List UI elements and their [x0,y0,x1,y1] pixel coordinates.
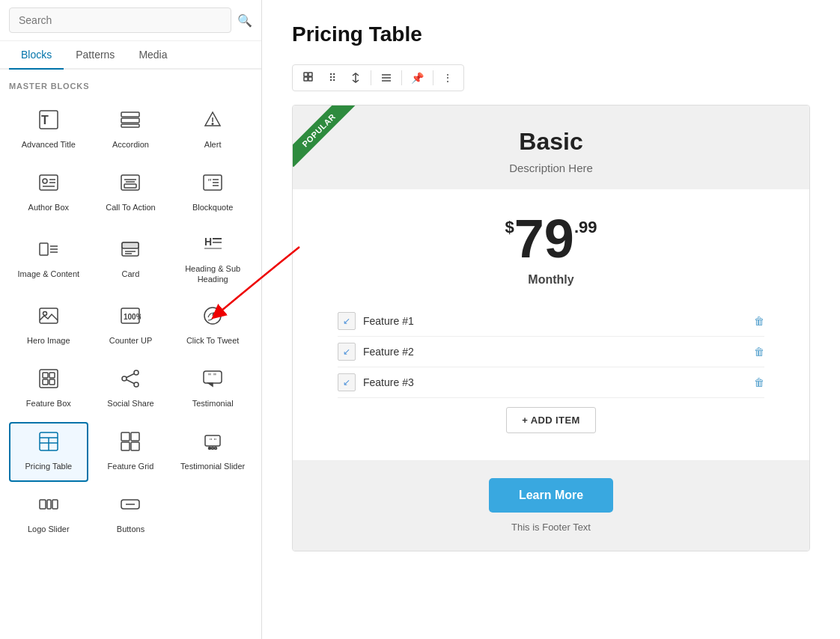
svg-text:T: T [41,114,49,126]
toolbar-align-button[interactable] [374,68,398,88]
search-input[interactable] [9,7,231,33]
add-item-button[interactable]: + ADD ITEM [506,407,595,433]
feature-label-1: Feature #1 [363,315,746,327]
block-label: Call To Action [106,202,155,213]
feature-delete-3[interactable]: 🗑 [754,376,764,388]
price-wrapper: $ 79 .99 [505,212,597,266]
block-item-feature-box[interactable]: Feature Box [9,359,88,419]
price-cents: .99 [574,218,597,237]
block-item-counter-up[interactable]: 100% Counter UP [91,296,171,356]
svg-point-45 [134,382,139,387]
svg-text:"  ": " " [210,437,216,444]
feature-label-2: Feature #2 [363,346,746,358]
feature-checkbox-2[interactable]: ↙ [338,343,356,361]
block-item-accordion[interactable]: Accordion [91,100,171,159]
svg-rect-57 [121,442,130,450]
toolbar-arrows-button[interactable] [344,68,368,88]
block-item-pricing-table[interactable]: Pricing Table [9,422,88,482]
block-label: Social Share [107,398,153,409]
block-item-image-content[interactable]: Image & Content [9,225,88,293]
block-item-heading-sub[interactable]: H Heading & Sub Heading [173,225,252,293]
blocks-list: MASTER BLOCKS T Advanced Title Accordion [0,70,261,639]
block-label: Image & Content [18,269,80,279]
block-label: Counter UP [109,335,152,346]
footer-text: This is Footer Text [308,522,794,533]
svg-point-6 [212,123,213,125]
block-item-social-share[interactable]: Social Share [91,359,171,419]
advanced-title-icon: T [38,109,59,135]
block-item-testimonial-slider[interactable]: " " Testimonial Slider [173,422,252,482]
block-item-testimonial[interactable]: " " Testimonial [173,359,252,419]
svg-point-8 [43,179,47,183]
svg-rect-21 [40,243,48,255]
tab-patterns[interactable]: Patterns [64,41,127,70]
block-item-author-box[interactable]: Author Box [9,162,88,222]
toolbar-grid-view-button[interactable] [297,68,321,88]
block-item-hero-image[interactable]: Hero Image [9,296,88,356]
feature-grid-icon [120,431,141,456]
block-label: Author Box [28,202,69,213]
tab-media[interactable]: Media [127,41,179,70]
toolbar-separator-2 [401,70,402,85]
logo-slider-icon [38,494,59,519]
feature-arrow-icon-3: ↙ [343,377,350,388]
block-item-blockquote[interactable]: " Blockquote [173,162,252,222]
svg-rect-3 [121,118,139,123]
block-label: Feature Grid [108,461,154,471]
feature-delete-2[interactable]: 🗑 [754,346,764,358]
block-label: Feature Box [26,398,71,409]
image-content-icon [38,239,59,264]
feature-arrow-icon-2: ↙ [343,346,350,357]
toolbar-more-button[interactable]: ⋮ [436,68,459,88]
block-item-click-to-tweet[interactable]: Click To Tweet [173,296,252,356]
card-icon [120,239,141,264]
block-label: Buttons [117,524,144,534]
svg-rect-39 [43,373,48,378]
pricing-table-icon [38,431,59,456]
block-item-call-to-action[interactable]: Call To Action [91,162,171,222]
toolbar-pin-button[interactable]: 📌 [405,68,430,88]
feature-checkbox-1[interactable]: ↙ [338,312,356,330]
block-item-card[interactable]: Card [91,225,171,293]
tabs-bar: Blocks Patterns Media [0,41,261,70]
price-dollar: $ [505,218,514,237]
click-to-tweet-icon [202,305,223,331]
feature-checkbox-3[interactable]: ↙ [338,373,356,391]
hero-image-icon [38,305,59,331]
feature-box-icon [38,368,59,394]
feature-item-1: ↙ Feature #1 🗑 [338,306,764,337]
price-period: Monthly [308,273,794,287]
sidebar: 🔍 Blocks Patterns Media MASTER BLOCKS T … [0,0,262,639]
svg-point-44 [122,376,127,381]
svg-rect-33 [40,308,58,323]
feature-delete-1[interactable]: 🗑 [754,315,764,327]
block-label: Card [122,269,140,279]
toolbar-dots-button[interactable]: ⠿ [323,68,342,88]
learn-more-button[interactable]: Learn More [489,478,613,513]
features-section: ↙ Feature #1 🗑 ↙ Feature #2 🗑 ↙ Feature … [293,294,809,460]
feature-item-2: ↙ Feature #2 🗑 [338,337,764,367]
svg-point-43 [134,370,139,375]
svg-rect-64 [40,500,46,509]
pricing-header: POPULAR Basic Description Here [293,106,809,189]
testimonial-icon: " " [202,368,223,394]
svg-point-61 [209,447,211,450]
popular-badge-text: POPULAR [293,106,356,167]
svg-line-46 [127,374,134,378]
pricing-description: Description Here [308,162,794,174]
block-item-logo-slider[interactable]: Logo Slider [9,485,88,545]
block-item-buttons[interactable]: Buttons [91,485,171,545]
block-item-advanced-title[interactable]: T Advanced Title [9,100,88,159]
svg-rect-13 [124,184,136,188]
search-button[interactable]: 🔍 [237,13,252,28]
counter-up-icon: 100% [120,305,141,331]
accordion-icon [120,109,141,135]
testimonial-slider-icon: " " [202,431,223,456]
block-item-feature-grid[interactable]: Feature Grid [91,422,171,482]
block-label: Alert [204,139,222,150]
svg-rect-65 [47,500,51,509]
block-item-alert[interactable]: Alert [173,100,252,159]
svg-rect-56 [131,432,139,441]
price-main: 79 [514,212,574,266]
tab-blocks[interactable]: Blocks [9,41,64,70]
